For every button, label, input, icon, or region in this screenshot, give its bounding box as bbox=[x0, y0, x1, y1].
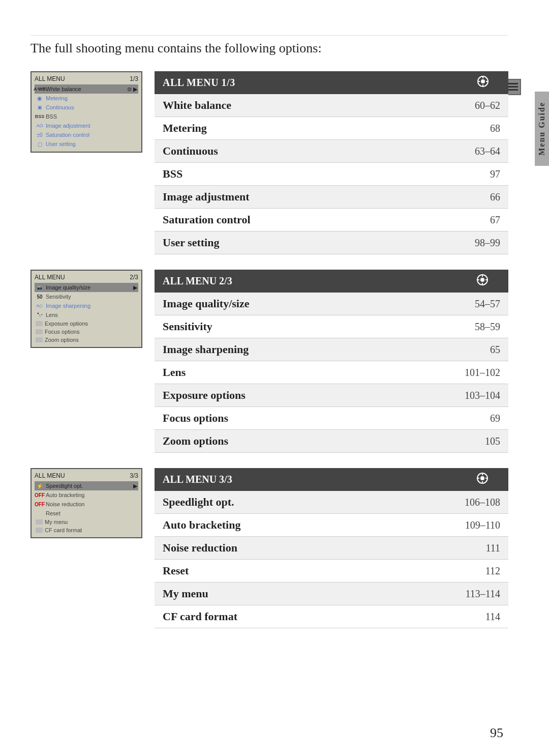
lcd-icon bbox=[36, 321, 43, 326]
lcd-item: My menu bbox=[35, 518, 138, 526]
lcd-label: Noise reduction bbox=[46, 501, 84, 507]
table-row: Zoom options 105 bbox=[155, 430, 508, 453]
item-page: 111 bbox=[456, 537, 508, 560]
menu-table-3-header: ALL MENU 3/3 bbox=[155, 468, 456, 491]
lcd-icon bbox=[36, 337, 43, 342]
lcd-item: Zoom options bbox=[35, 336, 138, 344]
lcd-header-2: ALL MENU 2/3 bbox=[35, 274, 138, 281]
lcd-title-2: ALL MENU bbox=[35, 274, 65, 281]
section-3: ALL MENU 3/3 ⚡ Speedlight opt. ▶ OFF Aut… bbox=[30, 468, 508, 628]
lcd-icon: 📷 bbox=[36, 284, 44, 291]
item-page: 65 bbox=[456, 338, 508, 361]
lcd-arrow: ▶ bbox=[133, 483, 137, 489]
table-row: CF card format 114 bbox=[155, 605, 508, 628]
item-page: 60–62 bbox=[458, 94, 508, 117]
lcd-item: AO Image adjustment bbox=[35, 121, 138, 130]
sections-wrapper: ALL MENU 1/3 A·WB White balance ⊜ ▶ ◉ Me… bbox=[30, 71, 508, 628]
table-row: Image adjustment 66 bbox=[155, 186, 508, 209]
item-name: Metering bbox=[155, 117, 458, 140]
lcd-icon: BSS bbox=[36, 113, 44, 120]
lcd-item: ▣ Continuous bbox=[35, 103, 138, 112]
item-name: Lens bbox=[155, 361, 456, 384]
item-page: 103–104 bbox=[456, 384, 508, 407]
item-page: 69 bbox=[456, 407, 508, 430]
lcd-arrow: ⊜ ▶ bbox=[127, 86, 137, 93]
menu-table-1-icon bbox=[458, 71, 508, 94]
lcd-label: Zoom options bbox=[45, 337, 79, 343]
lcd-label: CF card format bbox=[45, 527, 82, 533]
lcd-label: Focus options bbox=[45, 329, 79, 335]
lcd-label: Sensitivity bbox=[46, 294, 71, 300]
lcd-label: Reset bbox=[46, 510, 60, 516]
table-row: My menu 113–114 bbox=[155, 583, 508, 605]
item-name: Sensitivity bbox=[155, 315, 456, 338]
item-name: Noise reduction bbox=[155, 537, 456, 560]
lcd-item: Exposure options bbox=[35, 319, 138, 328]
menu-table-1-header: ALL MENU 1/3 bbox=[155, 71, 458, 94]
lcd-label: Auto bracketing bbox=[46, 492, 84, 498]
lcd-icon: 🔭 bbox=[36, 311, 44, 318]
lcd-icon bbox=[36, 519, 43, 525]
item-name: Image quality/size bbox=[155, 293, 456, 315]
item-page: 63–64 bbox=[458, 140, 508, 163]
item-page: 97 bbox=[458, 163, 508, 186]
item-page: 112 bbox=[456, 560, 508, 583]
side-tab-label: Menu Guide bbox=[537, 102, 546, 156]
table-row: User setting 98–99 bbox=[155, 231, 508, 254]
lcd-item: Reset bbox=[35, 509, 138, 518]
svg-rect-1 bbox=[508, 86, 518, 88]
side-tab: Menu Guide bbox=[535, 92, 549, 166]
lcd-label: BSS bbox=[46, 113, 57, 120]
lcd-label: Speedlight opt. bbox=[46, 483, 83, 489]
lcd-label: Saturation control bbox=[46, 132, 89, 138]
table-row: Noise reduction 111 bbox=[155, 537, 508, 560]
lcd-label: White balance bbox=[46, 86, 81, 92]
item-name: Saturation control bbox=[155, 209, 458, 231]
lcd-screen-1: ALL MENU 1/3 A·WB White balance ⊜ ▶ ◉ Me… bbox=[30, 71, 142, 153]
lcd-label: User setting bbox=[46, 141, 76, 147]
lcd-item: ⚡ Speedlight opt. ▶ bbox=[35, 481, 138, 490]
table-row: Saturation control 67 bbox=[155, 209, 508, 231]
lcd-page-3: 3/3 bbox=[130, 472, 138, 479]
item-page: 113–114 bbox=[456, 583, 508, 605]
page-content: The full shooting menu contains the foll… bbox=[30, 41, 508, 725]
lcd-icon: ⚡ bbox=[36, 482, 44, 489]
item-page: 109–110 bbox=[456, 514, 508, 537]
lcd-item: CF card format bbox=[35, 526, 138, 534]
lcd-item: OFF Auto bracketing bbox=[35, 490, 138, 500]
lcd-label: Image adjustment bbox=[46, 123, 90, 129]
table-row: Lens 101–102 bbox=[155, 361, 508, 384]
lcd-screen-3: ALL MENU 3/3 ⚡ Speedlight opt. ▶ OFF Aut… bbox=[30, 468, 142, 538]
item-page: 58–59 bbox=[456, 315, 508, 338]
item-name: Auto bracketing bbox=[155, 514, 456, 537]
table-row: Exposure options 103–104 bbox=[155, 384, 508, 407]
lcd-icon: 50 bbox=[36, 293, 44, 300]
lcd-title-1: ALL MENU bbox=[35, 75, 65, 82]
lcd-icon: ◉ bbox=[36, 95, 44, 102]
lcd-item: A◇ Image sharpening bbox=[35, 301, 138, 310]
item-name: Image adjustment bbox=[155, 186, 458, 209]
lcd-label: Image quality/size bbox=[46, 284, 90, 290]
lcd-icon: OFF bbox=[36, 501, 44, 508]
table-row: Focus options 69 bbox=[155, 407, 508, 430]
lcd-label: Continuous bbox=[46, 104, 74, 110]
item-name: Continuous bbox=[155, 140, 458, 163]
lcd-item: Focus options bbox=[35, 328, 138, 336]
lcd-icon bbox=[36, 329, 43, 334]
menu-table-3-icon bbox=[456, 468, 508, 491]
item-name: Image sharpening bbox=[155, 338, 456, 361]
lcd-label: My menu bbox=[45, 519, 68, 525]
lcd-item: OFF Noise reduction bbox=[35, 500, 138, 509]
lcd-item: A·WB White balance ⊜ ▶ bbox=[35, 84, 138, 94]
table-row: Metering 68 bbox=[155, 117, 508, 140]
lcd-arrow: ▶ bbox=[133, 284, 137, 291]
menu-table-2-icon bbox=[456, 270, 508, 293]
lcd-item: ±0 Saturation control bbox=[35, 130, 138, 139]
item-name: Focus options bbox=[155, 407, 456, 430]
item-name: Exposure options bbox=[155, 384, 456, 407]
lcd-header-1: ALL MENU 1/3 bbox=[35, 75, 138, 82]
top-bar bbox=[30, 0, 508, 36]
table-row: White balance 60–62 bbox=[155, 94, 508, 117]
lcd-label: Lens bbox=[46, 312, 58, 318]
lcd-item: ◉ Metering bbox=[35, 94, 138, 103]
